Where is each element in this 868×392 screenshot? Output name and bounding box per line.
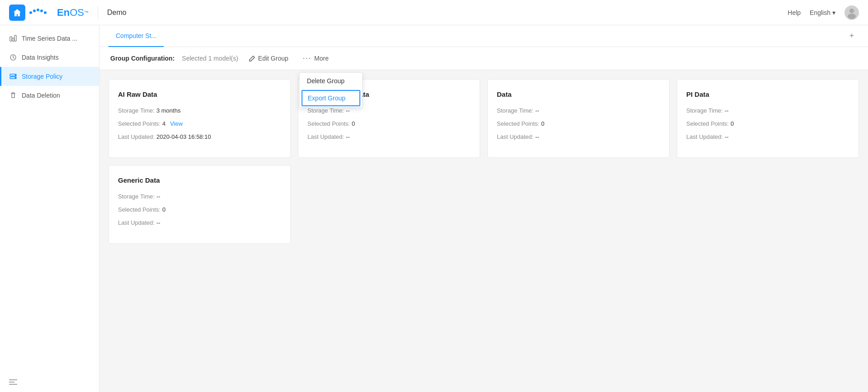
sidebar-label-data-deletion: Data Deletion (22, 92, 60, 99)
card-points-generic: Selected Points: 0 (118, 206, 281, 213)
insights-icon (9, 53, 17, 61)
group-config-label: Group Configuration: (110, 55, 175, 62)
sidebar-item-data-insights[interactable]: Data Insights (0, 48, 99, 67)
svg-rect-8 (12, 38, 14, 41)
card-storage-ai-raw: Storage Time: 3 months (118, 107, 281, 114)
delete-icon (9, 91, 17, 99)
tab-bar: Computer St... + (99, 25, 868, 47)
sidebar: Time Series Data ... Data Insights (0, 25, 99, 392)
view-link-ai-raw[interactable]: View (170, 120, 183, 127)
sidebar-label-time-series: Time Series Data ... (22, 35, 77, 42)
edit-icon (249, 55, 255, 61)
cards-row-1: AI Raw Data Storage Time: 3 months Selec… (108, 79, 859, 158)
more-button[interactable]: ··· More Delete Group Export Group (299, 52, 332, 64)
card-title-ai-raw: AI Raw Data (118, 90, 281, 98)
sidebar-item-storage-policy[interactable]: Storage Policy (0, 67, 99, 86)
dropdown-menu: Delete Group Export Group (299, 72, 363, 108)
storage-icon (9, 72, 17, 80)
svg-point-1 (33, 9, 36, 12)
svg-point-4 (44, 11, 47, 14)
svg-point-13 (15, 75, 16, 76)
card-storage-pi: Storage Time: -- (686, 107, 849, 114)
svg-point-14 (15, 77, 16, 78)
svg-point-2 (37, 9, 39, 11)
card-points-ai-norm: Selected Points: 0 (307, 120, 471, 127)
card-ai-raw-data: AI Raw Data Storage Time: 3 months Selec… (108, 79, 291, 158)
card-updated-data: Last Updated: -- (497, 133, 660, 140)
tab-add-button[interactable]: + (844, 29, 859, 43)
nav-divider (98, 6, 98, 19)
language-selector[interactable]: English ▾ (810, 9, 835, 16)
user-avatar[interactable] (844, 5, 859, 20)
tab-computer-st[interactable]: Computer St... (108, 25, 164, 47)
card-pi-data: PI Data Storage Time: -- Selected Points… (677, 79, 859, 158)
content-area: Computer St... + Group Configuration: Se… (99, 25, 868, 392)
svg-point-6 (848, 14, 856, 19)
card-updated-ai-raw: Last Updated: 2020-04-03 16:58:10 (118, 133, 281, 140)
delete-group-option[interactable]: Delete Group (300, 73, 362, 89)
sidebar-label-storage-policy: Storage Policy (22, 73, 62, 80)
chart-icon (9, 34, 17, 43)
card-updated-pi: Last Updated: -- (686, 133, 849, 140)
nav-right: Help English ▾ (788, 5, 859, 20)
logo-text: EnOS™ (29, 7, 89, 19)
logo: EnOS™ (9, 5, 89, 21)
card-points-pi: Selected Points: 0 (686, 120, 849, 127)
sidebar-item-time-series[interactable]: Time Series Data ... (0, 29, 99, 48)
cards-row-2: Generic Data Storage Time: -- Selected P… (108, 165, 859, 244)
edit-group-button[interactable]: Edit Group (245, 53, 292, 64)
card-storage-data: Storage Time: -- (497, 107, 660, 114)
sidebar-bottom-menu[interactable] (0, 373, 99, 392)
card-points-ai-raw: Selected Points: 4 View (118, 120, 281, 127)
selected-models-text: Selected 1 model(s) (182, 55, 238, 62)
help-link[interactable]: Help (788, 9, 801, 16)
home-icon[interactable] (9, 5, 25, 21)
card-points-data: Selected Points: 0 (497, 120, 660, 127)
main-layout: Time Series Data ... Data Insights (0, 25, 868, 392)
sidebar-item-data-deletion[interactable]: Data Deletion (0, 86, 99, 105)
card-generic-data: Generic Data Storage Time: -- Selected P… (108, 165, 291, 244)
top-nav: EnOS™ Demo Help English ▾ (0, 0, 868, 25)
card-storage-ai-norm: Storage Time: -- (307, 107, 471, 114)
svg-rect-9 (14, 35, 16, 41)
main-content: AI Raw Data Storage Time: 3 months Selec… (99, 70, 868, 392)
card-storage-generic: Storage Time: -- (118, 193, 281, 200)
card-title-pi: PI Data (686, 90, 849, 98)
svg-point-3 (40, 9, 43, 12)
card-updated-ai-norm: Last Updated: -- (307, 133, 471, 140)
sidebar-label-data-insights: Data Insights (22, 54, 59, 61)
page-header: Group Configuration: Selected 1 model(s)… (99, 47, 868, 70)
card-title-data: Data (497, 90, 660, 98)
svg-rect-7 (10, 37, 12, 41)
svg-point-0 (29, 11, 32, 14)
card-title-generic: Generic Data (118, 176, 281, 184)
card-data: Data Storage Time: -- Selected Points: 0… (487, 79, 670, 158)
active-bar (0, 67, 1, 86)
svg-point-5 (849, 9, 854, 13)
card-updated-generic: Last Updated: -- (118, 219, 281, 226)
more-dots-icon: ··· (303, 54, 311, 62)
app-name: Demo (107, 9, 127, 17)
export-group-option[interactable]: Export Group (302, 90, 360, 106)
